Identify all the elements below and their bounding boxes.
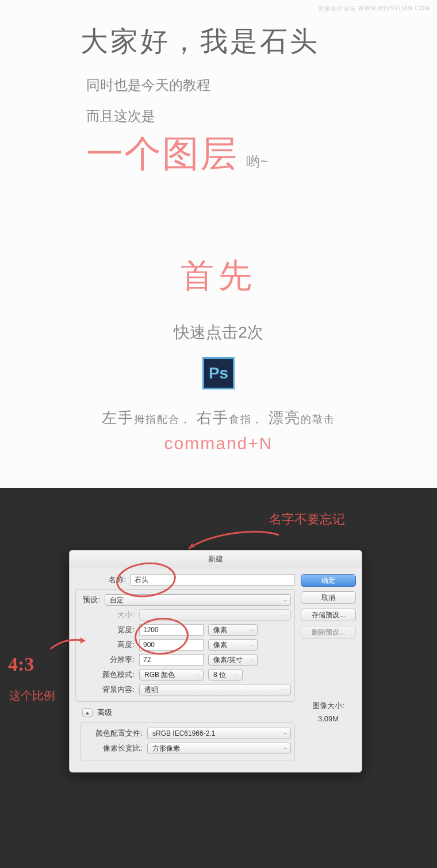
- hand-right: 右手: [197, 409, 229, 426]
- hand-left: 左手: [102, 409, 134, 426]
- chevron-up-icon: ▲: [85, 710, 90, 716]
- label-advanced: 高级: [97, 708, 112, 718]
- input-height[interactable]: 900: [139, 639, 204, 651]
- delete-preset-button: 删除预设...: [301, 626, 356, 638]
- new-document-dialog: 新建 名称: 石头 预设: 自定 大小:: [69, 550, 362, 773]
- annotation-ratio-sub: 这个比例: [9, 688, 55, 703]
- label-name: 名称:: [75, 575, 131, 585]
- select-color-mode[interactable]: RGB 颜色: [139, 669, 204, 680]
- intro-line2: 而且这次是: [23, 107, 414, 125]
- image-size-block: 图像大小: 3.09M: [301, 701, 356, 723]
- value-image-size: 3.09M: [301, 714, 356, 723]
- hand-right-small: 食指，: [229, 414, 263, 425]
- label-preset: 预设:: [75, 595, 105, 605]
- tutorial-intro: 思缘设计论坛 WWW.MISSYUAN.COM 大家好，我是石头 同时也是今天的…: [0, 0, 437, 488]
- input-width[interactable]: 1200: [139, 624, 204, 636]
- select-width-unit[interactable]: 像素: [208, 624, 258, 636]
- hand-instruction: 左手拇指配合， 右手食指， 漂亮的敲击: [23, 408, 414, 428]
- input-resolution[interactable]: 72: [139, 654, 204, 666]
- photoshop-icon: Ps: [202, 357, 235, 389]
- ok-button[interactable]: 确定: [301, 574, 356, 587]
- label-profile: 颜色配置文件:: [84, 728, 147, 739]
- label-color-mode: 颜色模式:: [84, 670, 139, 680]
- annotation-ratio: 4:3: [8, 653, 34, 675]
- one-layer-line: 一个图层 哟~: [23, 129, 414, 179]
- preset-group: 预设: 自定 大小: 宽度: 1200 像素: [75, 589, 295, 702]
- label-size: 大小:: [84, 610, 139, 620]
- intro-line1: 同时也是今天的教程: [23, 76, 414, 94]
- select-preset[interactable]: 自定: [105, 594, 291, 606]
- label-resolution: 分辨率:: [84, 655, 139, 665]
- hand-hit: 漂亮: [269, 409, 301, 426]
- dialog-section: 名字不要忘记 新建 名称: 石头 预设: 自定 大小: [0, 488, 437, 868]
- watermark-top: 思缘设计论坛 WWW.MISSYUAN.COM: [318, 5, 430, 13]
- select-height-unit[interactable]: 像素: [208, 639, 258, 651]
- select-bit-depth[interactable]: 8 位: [208, 669, 243, 680]
- step-title-first: 首先: [23, 254, 414, 299]
- cancel-button[interactable]: 取消: [301, 591, 356, 604]
- label-width: 宽度:: [84, 625, 139, 635]
- disclosure-toggle[interactable]: ▲: [82, 708, 93, 717]
- hand-hit-small: 的敲击: [301, 414, 335, 425]
- save-preset-button[interactable]: 存储预设...: [301, 609, 356, 621]
- select-resolution-unit[interactable]: 像素/英寸: [208, 654, 258, 666]
- hand-left-small: 拇指配合，: [134, 414, 191, 425]
- photoshop-icon-label: Ps: [209, 364, 228, 383]
- select-pixel-ratio[interactable]: 方形像素: [147, 743, 291, 754]
- select-profile[interactable]: sRGB IEC61966-2.1: [147, 728, 291, 739]
- select-background[interactable]: 透明: [139, 684, 291, 695]
- label-pixel-ratio: 像素长宽比:: [84, 743, 147, 754]
- annotation-name-note: 名字不要忘记: [269, 511, 345, 528]
- intro-title: 大家好，我是石头: [23, 23, 414, 60]
- advanced-row: ▲ 高级: [82, 708, 295, 718]
- label-image-size: 图像大小:: [301, 701, 356, 711]
- select-size: [139, 609, 291, 621]
- one-layer-yo: 哟~: [246, 154, 268, 169]
- label-background: 背景内容:: [84, 685, 139, 695]
- command-n-text: command+N: [23, 434, 414, 453]
- dialog-title: 新建: [70, 550, 362, 568]
- annotation-arrow-to-name: [184, 529, 282, 552]
- label-height: 高度:: [84, 640, 139, 650]
- one-layer-text: 一个图层: [86, 133, 238, 174]
- input-name[interactable]: 石头: [131, 574, 295, 586]
- annotation-arrow-to-dimensions: [48, 636, 89, 653]
- click-twice-text: 快速点击2次: [23, 322, 414, 343]
